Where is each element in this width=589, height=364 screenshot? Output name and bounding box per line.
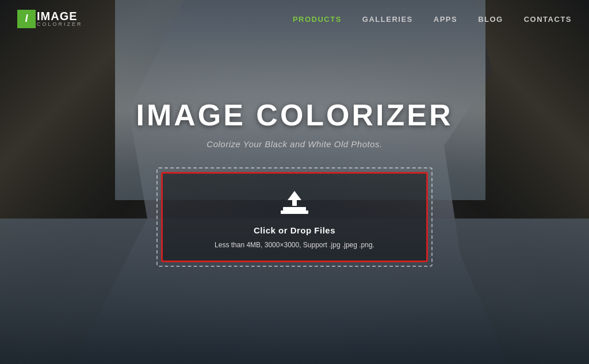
nav-link-blog[interactable]: BLOG	[478, 15, 503, 24]
logo-text-image: IMAGE	[37, 10, 83, 22]
logo-text-colorizer: COLORIZER	[37, 22, 83, 27]
hero-content: IMAGE COLORIZER Colorize Your Black and …	[93, 98, 496, 267]
upload-icon	[277, 190, 312, 220]
upload-dropzone[interactable]: Click or Drop Files Less than 4MB, 3000×…	[161, 172, 428, 262]
nav-item-contacts[interactable]: CONTACTS	[524, 14, 572, 24]
hero-title: IMAGE COLORIZER	[93, 98, 496, 132]
svg-rect-2	[281, 210, 308, 214]
upload-hint: Less than 4MB, 3000×3000, Support .jpg .…	[215, 241, 374, 249]
nav-item-products[interactable]: PRODUCTS	[293, 14, 342, 24]
nav-link-galleries[interactable]: GALLERIES	[362, 15, 413, 24]
upload-click-label: Click or Drop Files	[254, 225, 335, 235]
hero-subtitle: Colorize Your Black and White Old Photos…	[93, 139, 496, 149]
nav-link-products[interactable]: PRODUCTS	[293, 15, 342, 24]
svg-rect-1	[283, 207, 306, 210]
upload-container: Click or Drop Files Less than 4MB, 3000×…	[156, 167, 433, 267]
svg-marker-0	[288, 191, 301, 206]
navigation: I IMAGE COLORIZER PRODUCTS GALLERIES APP…	[0, 0, 589, 37]
upload-outer: Click or Drop Files Less than 4MB, 3000×…	[156, 167, 433, 267]
nav-item-apps[interactable]: APPS	[434, 14, 457, 24]
logo-icon: I	[17, 10, 36, 28]
logo-text: IMAGE COLORIZER	[37, 10, 83, 27]
nav-item-blog[interactable]: BLOG	[478, 14, 503, 24]
nav-item-galleries[interactable]: GALLERIES	[362, 14, 413, 24]
nav-link-contacts[interactable]: CONTACTS	[524, 15, 572, 24]
nav-link-apps[interactable]: APPS	[434, 15, 457, 24]
hero-section: I IMAGE COLORIZER PRODUCTS GALLERIES APP…	[0, 0, 589, 364]
logo[interactable]: I IMAGE COLORIZER	[17, 10, 83, 28]
upload-svg-icon	[278, 190, 311, 217]
nav-links: PRODUCTS GALLERIES APPS BLOG CONTACTS	[293, 14, 572, 24]
